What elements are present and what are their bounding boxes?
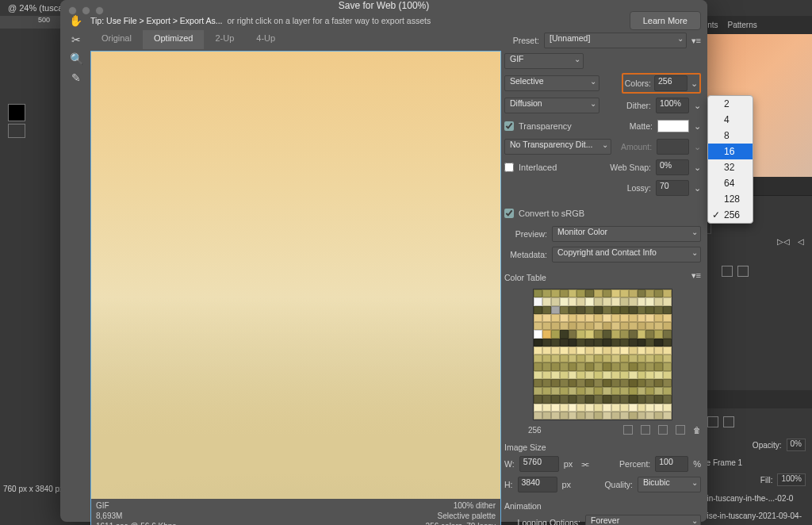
color-swatch[interactable] xyxy=(551,362,560,370)
color-swatch[interactable] xyxy=(603,371,611,379)
color-swatch[interactable] xyxy=(638,395,646,403)
color-swatch[interactable] xyxy=(663,379,672,387)
color-swatch[interactable] xyxy=(620,362,629,370)
color-swatch[interactable] xyxy=(611,412,620,420)
color-swatch[interactable] xyxy=(534,387,542,395)
color-swatch[interactable] xyxy=(569,322,577,330)
fill-select[interactable]: 100% xyxy=(777,473,806,486)
color-swatch[interactable] xyxy=(620,339,629,347)
colors-option[interactable]: 8 xyxy=(708,128,753,144)
color-swatch[interactable] xyxy=(534,306,542,314)
color-swatch[interactable] xyxy=(542,297,551,305)
reduction-select[interactable]: Selective xyxy=(504,75,599,91)
chevron-down-icon[interactable]: ⌄ xyxy=(694,163,701,173)
color-swatch[interactable] xyxy=(645,347,654,354)
color-swatch[interactable] xyxy=(594,354,603,362)
color-swatch[interactable] xyxy=(663,371,672,379)
color-swatch[interactable] xyxy=(594,330,603,338)
color-swatch[interactable] xyxy=(560,347,569,354)
color-swatch[interactable] xyxy=(534,395,542,403)
color-swatch[interactable] xyxy=(611,306,620,314)
colors-option[interactable]: 32 xyxy=(708,159,753,175)
color-swatch[interactable] xyxy=(585,379,594,387)
color-swatch[interactable] xyxy=(542,347,551,354)
color-swatch[interactable] xyxy=(620,330,629,338)
color-swatch[interactable] xyxy=(603,347,611,354)
color-swatch[interactable] xyxy=(576,297,585,305)
width-input[interactable]: 5760 xyxy=(519,456,559,472)
color-swatch[interactable] xyxy=(654,362,663,370)
color-swatch[interactable] xyxy=(551,404,560,412)
color-swatch[interactable] xyxy=(654,339,663,347)
color-swatch[interactable] xyxy=(551,379,560,387)
color-swatch[interactable] xyxy=(620,354,629,362)
color-swatch[interactable] xyxy=(569,289,577,297)
color-swatch[interactable] xyxy=(638,347,646,354)
color-swatch[interactable] xyxy=(645,379,654,387)
color-swatch[interactable] xyxy=(534,314,542,322)
color-swatch[interactable] xyxy=(629,354,638,362)
color-swatch[interactable] xyxy=(654,330,663,338)
color-swatch[interactable] xyxy=(629,379,638,387)
color-swatch[interactable] xyxy=(551,306,560,314)
color-swatch[interactable] xyxy=(629,330,638,338)
color-swatch[interactable] xyxy=(542,395,551,403)
color-swatch[interactable] xyxy=(560,306,569,314)
color-swatch[interactable] xyxy=(542,379,551,387)
color-swatch[interactable] xyxy=(645,362,654,370)
color-swatch[interactable] xyxy=(638,297,646,305)
color-swatch[interactable] xyxy=(585,330,594,338)
color-swatch[interactable] xyxy=(663,395,672,403)
color-swatch[interactable] xyxy=(534,412,542,420)
colors-option[interactable]: 128 xyxy=(708,191,753,207)
color-swatch[interactable] xyxy=(576,289,585,297)
color-swatch[interactable] xyxy=(611,289,620,297)
color-swatch[interactable] xyxy=(654,395,663,403)
color-swatch[interactable] xyxy=(638,339,646,347)
color-swatch[interactable] xyxy=(551,330,560,338)
percent-input[interactable]: 100 xyxy=(655,456,688,472)
color-swatch[interactable] xyxy=(576,412,585,420)
color-swatch[interactable] xyxy=(534,379,542,387)
quickmask-icon[interactable] xyxy=(8,124,25,138)
color-swatch[interactable] xyxy=(638,354,646,362)
flip-v-icon[interactable]: ◁ xyxy=(798,237,804,246)
color-swatch[interactable] xyxy=(638,379,646,387)
color-swatch[interactable] xyxy=(645,387,654,395)
tab-original[interactable]: Original xyxy=(90,30,143,49)
color-swatch[interactable] xyxy=(663,347,672,354)
color-swatch[interactable] xyxy=(551,412,560,420)
color-swatch[interactable] xyxy=(663,404,672,412)
color-swatch[interactable] xyxy=(585,314,594,322)
color-swatch[interactable] xyxy=(585,347,594,354)
color-swatch[interactable] xyxy=(569,297,577,305)
slice-tool-icon[interactable]: ✂ xyxy=(71,33,81,46)
chevron-down-icon[interactable]: ⌄ xyxy=(691,79,698,89)
color-swatch[interactable] xyxy=(638,289,646,297)
color-swatch[interactable] xyxy=(611,297,620,305)
color-swatch[interactable] xyxy=(645,395,654,403)
color-swatch[interactable] xyxy=(542,306,551,314)
color-swatch[interactable] xyxy=(603,379,611,387)
color-swatch[interactable] xyxy=(629,387,638,395)
color-swatch[interactable] xyxy=(576,347,585,354)
color-swatch[interactable] xyxy=(603,362,611,370)
opacity-select[interactable]: 0% xyxy=(787,439,806,451)
color-swatch[interactable] xyxy=(585,387,594,395)
color-table-menu-icon[interactable]: ▾≡ xyxy=(691,270,701,281)
color-swatch[interactable] xyxy=(551,371,560,379)
color-swatch[interactable] xyxy=(603,330,611,338)
height-input[interactable]: 3840 xyxy=(518,477,557,492)
color-swatch[interactable] xyxy=(585,306,594,314)
filter-smart-icon[interactable] xyxy=(723,416,734,427)
color-swatch[interactable] xyxy=(594,289,603,297)
chevron-down-icon[interactable]: ⌄ xyxy=(694,183,701,194)
minimize-icon[interactable] xyxy=(82,6,90,15)
color-swatch[interactable] xyxy=(576,330,585,338)
srgb-checkbox[interactable] xyxy=(504,209,514,218)
filter-shape-icon[interactable] xyxy=(707,416,718,427)
color-swatch[interactable] xyxy=(645,322,654,330)
color-swatch[interactable] xyxy=(585,354,594,362)
interlaced-checkbox[interactable] xyxy=(504,163,514,172)
color-swatch[interactable] xyxy=(560,371,569,379)
